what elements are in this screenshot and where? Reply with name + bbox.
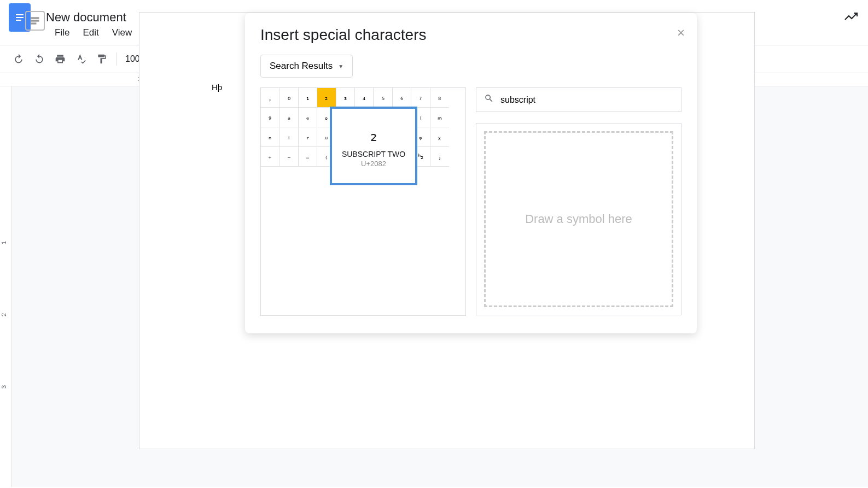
svg-rect-0 (16, 14, 24, 15)
draw-symbol-area[interactable]: Draw a symbol here (476, 123, 681, 315)
dropdown-value: Search Results (270, 61, 333, 72)
char-cell[interactable]: ₐ (279, 108, 298, 127)
svg-rect-22 (31, 17, 38, 19)
search-box[interactable] (476, 87, 681, 112)
char-cell[interactable]: ₊ (261, 147, 279, 167)
char-cell[interactable]: ᵢ (279, 127, 298, 147)
undo-button[interactable] (9, 49, 28, 69)
char-cell[interactable]: ₆ (393, 88, 411, 108)
char-cell[interactable]: ₅ (374, 88, 392, 108)
char-cell[interactable]: ₋ (279, 147, 298, 167)
tooltip-char: ₂ (370, 125, 377, 145)
char-cell[interactable]: ₑ (299, 108, 317, 127)
activity-icon[interactable] (844, 10, 859, 25)
vertical-ruler[interactable]: 123 (0, 86, 12, 487)
char-cell[interactable]: ₁ (299, 88, 317, 108)
char-cell[interactable]: ₃ (336, 88, 355, 108)
character-tooltip: ₂ SUBSCRIPT TWO U+2082 (330, 107, 417, 185)
redo-button[interactable] (30, 49, 49, 69)
special-characters-dialog: × Insert special characters Search Resul… (245, 13, 697, 333)
char-cell[interactable]: , (261, 88, 279, 108)
outline-toggle-button[interactable] (25, 11, 45, 31)
char-cell[interactable]: ᵪ (430, 127, 449, 147)
draw-placeholder: Draw a symbol here (525, 212, 632, 226)
search-icon (484, 93, 494, 106)
spellcheck-button[interactable] (71, 49, 91, 69)
category-dropdown[interactable]: Search Results ▼ (260, 55, 353, 78)
close-icon[interactable]: × (677, 25, 685, 40)
dialog-title: Insert special characters (260, 26, 681, 44)
search-input[interactable] (500, 95, 673, 105)
menu-file[interactable]: File (49, 25, 75, 40)
char-cell[interactable]: ₈ (430, 88, 449, 108)
char-cell[interactable]: ₙ (261, 127, 279, 147)
char-cell[interactable]: ₉ (261, 108, 279, 127)
char-cell[interactable]: ₀ (279, 88, 298, 108)
char-cell[interactable]: ₌ (299, 147, 317, 167)
paint-format-button[interactable] (92, 49, 112, 69)
menu-edit[interactable]: Edit (77, 25, 104, 40)
char-cell[interactable]: ₄ (355, 88, 374, 108)
char-cell[interactable]: ₇ (411, 88, 430, 108)
svg-rect-1 (16, 17, 24, 18)
print-button[interactable] (50, 49, 70, 69)
tooltip-code: U+2082 (361, 160, 386, 168)
svg-rect-2 (16, 20, 21, 21)
svg-rect-24 (31, 23, 36, 24)
svg-rect-23 (31, 20, 38, 21)
char-cell[interactable]: ⱼ (430, 147, 449, 167)
char-cell[interactable]: ₘ (430, 108, 449, 127)
char-cell[interactable]: ᵣ (299, 127, 317, 147)
document-title[interactable]: New document (42, 9, 131, 26)
menu-view[interactable]: View (107, 25, 138, 40)
tooltip-name: SUBSCRIPT TWO (342, 150, 405, 158)
character-grid: ,₀₁₂₃₄₅₆₇₈₉ₐₑₒₗₘₙᵢᵣᵤᵩᵪ₊₋₌₍ʰ₂ⱼ ₂ SUBSCRIP… (260, 87, 466, 316)
char-cell[interactable]: ₂ (317, 88, 336, 108)
